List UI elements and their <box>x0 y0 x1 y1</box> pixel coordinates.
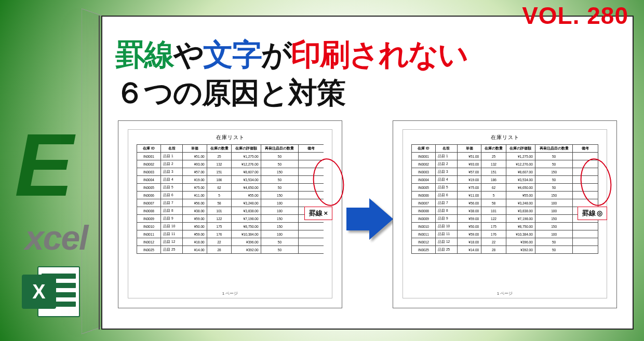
headline-part-not-printed: 印刷されない <box>291 37 467 71</box>
preview-title: 在庫リスト <box>128 130 332 144</box>
table-header: 単価 <box>457 145 481 153</box>
table-row: IN0003品目 3¥57.00151¥8,607.00150 <box>411 168 598 176</box>
table-row: IN0009品目 9¥59.00122¥7,198.00150 <box>137 215 324 223</box>
preview-right-paper: 在庫リスト 在庫 ID名前単価在庫の数量在庫の評価額再発注品目の数量備考 IN0… <box>403 129 607 298</box>
table-header: 備考 <box>573 145 598 153</box>
excel-small-xcel: xcel <box>25 218 87 257</box>
subheadline: ６つの原因と対策 <box>115 74 345 113</box>
headline-part-ruled-lines: 罫線 <box>115 37 173 71</box>
preview-footer: 1 ページ <box>403 291 607 298</box>
content-panel: 罫線や文字が印刷されない ６つの原因と対策 在庫リスト 在庫 ID名前単価在庫の… <box>101 16 634 330</box>
headline-part-text: 文字 <box>203 37 261 71</box>
table-row: IN0004品目 4¥19.00186¥3,534.0050 <box>137 176 324 184</box>
table-row: IN0004品目 4¥19.00186¥3,534.0050 <box>411 176 598 184</box>
table-row: IN0025品目 25¥14.0028¥392.0050 <box>137 246 324 254</box>
door-edge <box>99 16 100 330</box>
table-row: IN0011品目 11¥59.00176¥10,384.00100 <box>411 230 598 238</box>
table-row: IN0001品目 1¥51.0025¥1,275.0050 <box>411 153 598 160</box>
annotation-tag-right: 罫線◎ <box>578 207 607 220</box>
table-header: 在庫の評価額 <box>506 145 535 153</box>
volume-badge: VOL. 280 <box>522 2 628 30</box>
table-row: IN0007品目 7¥56.0058¥3,248.00100 <box>411 199 598 207</box>
table-header: 再発注品目の数量 <box>535 145 573 153</box>
table-row: IN0006品目 6¥11.005¥55.00150 <box>411 192 598 199</box>
table-header: 在庫の数量 <box>207 145 232 153</box>
excel-big-e: E <box>15 114 71 216</box>
table-header: 在庫の数量 <box>481 145 506 153</box>
table-row: IN0010品目 10¥50.00175¥8,750.00150 <box>137 223 324 230</box>
table-header: 在庫 ID <box>411 145 435 153</box>
table-header: 名前 <box>161 145 183 153</box>
excel-icon: X <box>22 262 84 319</box>
table-row: IN0012品目 12¥18.0022¥396.0050 <box>411 238 598 246</box>
preview-left-paper: 在庫リスト 在庫 ID名前単価在庫の数量在庫の評価額再発注品目の数量備考 IN0… <box>128 129 332 298</box>
table-row: IN0011品目 11¥59.00176¥10,384.00100 <box>137 230 324 238</box>
table-row: IN0007品目 7¥56.0058¥3,248.00100 <box>137 199 324 207</box>
preview-title: 在庫リスト <box>403 130 607 144</box>
headline: 罫線や文字が印刷されない <box>115 35 620 75</box>
table-header: 備考 <box>299 145 324 153</box>
table-row: IN0009品目 9¥59.00122¥7,198.00150 <box>411 215 598 223</box>
table-row: IN0005品目 5¥75.0062¥4,650.0050 <box>137 184 324 192</box>
table-row: IN0012品目 12¥18.0022¥396.0050 <box>137 238 324 246</box>
table-header: 単価 <box>183 145 207 153</box>
table-row: IN0003品目 3¥57.00151¥8,607.00150 <box>137 168 324 176</box>
excel-icon-badge: X <box>22 275 56 309</box>
table-header: 名前 <box>436 145 458 153</box>
preview-left: 在庫リスト 在庫 ID名前単価在庫の数量在庫の評価額再発注品目の数量備考 IN0… <box>118 120 342 308</box>
arrow-right-icon <box>346 198 393 240</box>
table-header: 再発注品目の数量 <box>261 145 299 153</box>
table-row: IN0008品目 8¥38.00101¥3,838.00100 <box>411 207 598 215</box>
table-row: IN0005品目 5¥75.0062¥4,650.0050 <box>411 184 598 192</box>
preview-left-table: 在庫 ID名前単価在庫の数量在庫の評価額再発注品目の数量備考 IN0001品目 … <box>137 144 324 254</box>
annotation-tag-left: 罫線× <box>304 207 332 220</box>
table-row: IN0002品目 2¥93.00132¥12,276.0050 <box>411 160 598 168</box>
table-row: IN0008品目 8¥38.00101¥3,838.00100 <box>137 207 324 215</box>
table-header: 在庫 ID <box>137 145 161 153</box>
preview-right-table: 在庫 ID名前単価在庫の数量在庫の評価額再発注品目の数量備考 IN0001品目 … <box>411 144 599 254</box>
table-row: IN0025品目 25¥14.0028¥392.0050 <box>411 246 598 254</box>
table-row: IN0010品目 10¥50.00175¥8,750.00150 <box>411 223 598 230</box>
thumbnail-root: E xcel X 罫線や文字が印刷されない ６つの原因と対策 在庫リスト 在庫 … <box>0 0 644 341</box>
preview-right: 在庫リスト 在庫 ID名前単価在庫の数量在庫の評価額再発注品目の数量備考 IN0… <box>393 120 617 308</box>
table-row: IN0001品目 1¥51.0025¥1,275.0050 <box>137 153 324 160</box>
table-row: IN0006品目 6¥11.005¥55.00150 <box>137 192 324 199</box>
preview-footer: 1 ページ <box>128 291 332 298</box>
table-row: IN0002品目 2¥93.00132¥12,276.0050 <box>137 160 324 168</box>
table-header: 在庫の評価額 <box>232 145 261 153</box>
